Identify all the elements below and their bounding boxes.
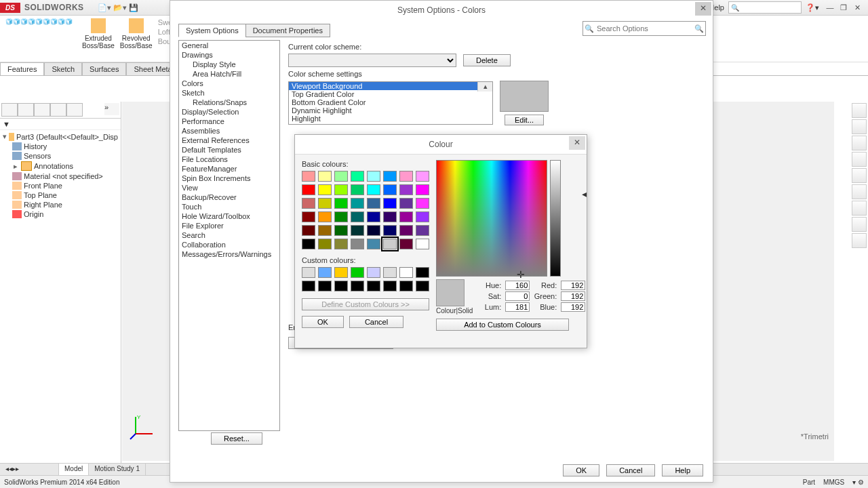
tree-topplane[interactable]: Top Plane: [24, 191, 57, 199]
help-button[interactable]: Help: [662, 464, 703, 476]
colour-gradient[interactable]: ✛: [436, 160, 547, 277]
tree-root[interactable]: Part3 (Default<<Default>_Disp: [16, 133, 118, 141]
edit-color-button[interactable]: Edit...: [505, 115, 544, 125]
color-scheme-settings-label: Color scheme settings: [288, 70, 705, 78]
options-search-input[interactable]: [595, 24, 693, 33]
tree-origin[interactable]: Origin: [24, 210, 43, 218]
color-scheme-select[interactable]: [288, 54, 456, 67]
options-categories[interactable]: General Drawings Display Style Area Hatc…: [178, 40, 280, 431]
trimetric-label: *Trimetri: [801, 432, 829, 441]
triad-icon: Y: [129, 413, 156, 441]
revolved-boss-cmd[interactable]: Revolved Boss/Base: [120, 18, 153, 49]
colour-dialog: Colour ✕ Basic colours: Custom colours: …: [294, 134, 587, 348]
tree-frontplane[interactable]: Front Plane: [24, 182, 62, 190]
help-icon[interactable]: ❓▾: [806, 3, 819, 12]
options-title: System Options - Colors: [397, 5, 486, 15]
tab-surfaces[interactable]: Surfaces: [82, 62, 126, 75]
basic-palette[interactable]: [302, 171, 429, 249]
fm-filter[interactable]: ▼: [0, 119, 121, 130]
basic-colours-label: Basic colours:: [302, 160, 348, 168]
tree-history[interactable]: History: [24, 142, 47, 150]
help-search[interactable]: 🔍: [728, 1, 802, 14]
colour-title: Colour: [429, 140, 452, 149]
svg-text:Y: Y: [137, 414, 141, 420]
fm-tab-2[interactable]: [18, 103, 34, 117]
hue-input[interactable]: [505, 281, 530, 290]
custom-palette[interactable]: [302, 267, 429, 291]
restore-icon[interactable]: ❐: [837, 3, 850, 12]
brand-logo: DS: [0, 3, 20, 13]
model-tab[interactable]: Model: [59, 464, 89, 476]
lum-input[interactable]: [505, 302, 530, 312]
tree-annotations[interactable]: Annotations: [34, 162, 73, 170]
feature-manager: » ▼ ▾Part3 (Default<<Default>_Disp Histo…: [0, 102, 121, 468]
status-edition: SolidWorks Premium 2014 x64 Edition: [4, 479, 119, 486]
cancel-button[interactable]: Cancel: [606, 464, 655, 476]
colour-cancel-button[interactable]: Cancel: [349, 316, 403, 328]
fm-tab-4[interactable]: [50, 103, 66, 117]
define-custom-button: Define Custom Colours >>: [302, 298, 429, 310]
color-settings-list[interactable]: Viewport Background Top Gradient Color B…: [288, 81, 493, 125]
colour-ok-button[interactable]: OK: [302, 316, 344, 328]
custom-colours-label: Custom colours:: [302, 256, 355, 264]
current-scheme-label: Current color scheme:: [288, 43, 705, 51]
add-to-custom-button[interactable]: Add to Custom Colours: [436, 319, 569, 331]
colour-solid-label: Colour|Solid: [436, 307, 473, 314]
right-toolbar: [850, 102, 868, 249]
minimize-icon[interactable]: —: [823, 3, 837, 12]
svg-line-3: [130, 434, 136, 439]
blue-input[interactable]: [561, 302, 585, 312]
red-input[interactable]: [561, 281, 585, 290]
app-name: SOLIDWORKS: [24, 3, 84, 12]
luminance-arrow-icon: ◂: [582, 188, 587, 199]
tree-sensors[interactable]: Sensors: [24, 152, 51, 160]
motion-tab[interactable]: Motion Study 1: [89, 464, 146, 476]
green-input[interactable]: [561, 291, 585, 301]
delete-button[interactable]: Delete: [463, 54, 511, 66]
tree-rightplane[interactable]: Right Plane: [24, 201, 62, 209]
colour-close-button[interactable]: ✕: [569, 136, 585, 150]
close-icon[interactable]: ✕: [850, 3, 864, 12]
scroll-up-icon[interactable]: ▴: [477, 82, 492, 92]
color-preview: [500, 81, 549, 112]
ok-button[interactable]: OK: [563, 464, 599, 476]
tab-features[interactable]: Features: [0, 62, 44, 75]
sat-input[interactable]: [505, 291, 530, 301]
tree-material[interactable]: Material <not specified>: [24, 172, 103, 180]
colour-solid-preview: [436, 279, 465, 306]
options-search[interactable]: 🔍 🔍: [583, 21, 706, 36]
document-properties-tab[interactable]: Document Properties: [245, 24, 330, 37]
colors-category[interactable]: Colors: [179, 79, 279, 88]
fm-tab-5[interactable]: [66, 103, 83, 117]
options-close-button[interactable]: ✕: [695, 2, 711, 16]
search-go-icon[interactable]: 🔍: [693, 24, 705, 33]
system-options-tab[interactable]: System Options: [178, 24, 246, 37]
search-icon: 🔍: [583, 24, 595, 33]
reset-button[interactable]: Reset...: [211, 432, 262, 445]
fm-tab-1[interactable]: [1, 103, 18, 117]
fm-tab-3[interactable]: [34, 103, 50, 117]
tab-sketch[interactable]: Sketch: [44, 62, 82, 75]
extruded-boss-cmd[interactable]: Extruded Boss/Base: [82, 18, 115, 49]
luminance-slider[interactable]: [550, 160, 561, 277]
